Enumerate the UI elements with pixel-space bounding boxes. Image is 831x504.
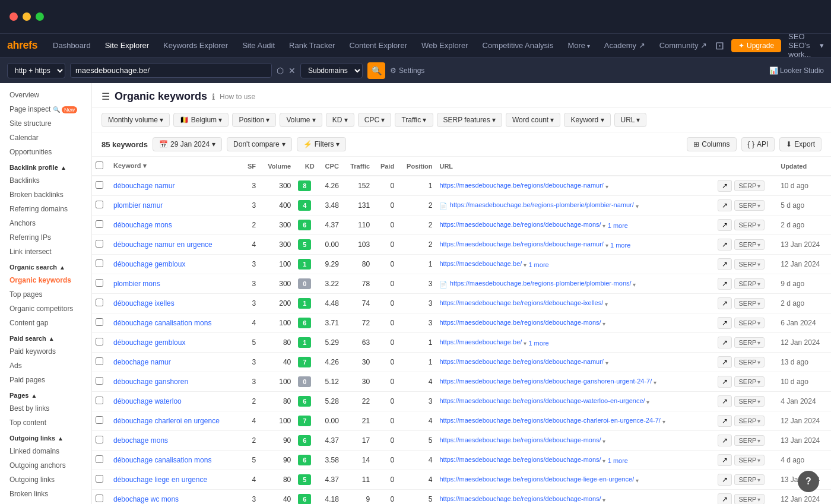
serp-button[interactable]: SERP ▾ bbox=[734, 239, 765, 250]
row-checkbox[interactable] bbox=[96, 416, 103, 424]
row-checkbox[interactable] bbox=[96, 220, 103, 228]
more-urls-link[interactable]: 1 more bbox=[608, 457, 628, 464]
url-link[interactable]: https://maesdebouchage.be/regions/debouc… bbox=[439, 221, 601, 228]
sidebar-item-best-by-links[interactable]: Best by links bbox=[0, 401, 91, 416]
url-link[interactable]: https://maesdebouchage.be/regions/debouc… bbox=[439, 182, 603, 189]
sidebar-section-backlink-profile[interactable]: Backlink profile ▲ bbox=[0, 159, 91, 173]
sidebar-item-overview[interactable]: Overview bbox=[0, 88, 91, 102]
sidebar-item-outgoing-links[interactable]: Outgoing links bbox=[0, 473, 91, 487]
sidebar-item-paid-pages[interactable]: Paid pages bbox=[0, 373, 91, 387]
sidebar-item-broken-links[interactable]: Broken links bbox=[0, 487, 91, 501]
sidebar-item-content-gap[interactable]: Content gap bbox=[0, 316, 91, 330]
looker-studio-button[interactable]: 📊 Looker Studio bbox=[769, 66, 824, 75]
col-traffic[interactable]: Traffic bbox=[342, 157, 373, 176]
url-dropdown-arrow[interactable]: ▾ bbox=[522, 340, 526, 347]
trend-button[interactable]: ↗ bbox=[718, 278, 732, 290]
keyword-link[interactable]: débouchage namur bbox=[113, 182, 175, 190]
url-link[interactable]: https://maesdebouchage.be/regions/debouc… bbox=[439, 358, 603, 365]
sidebar-item-top-pages[interactable]: Top pages bbox=[0, 287, 91, 302]
protocol-select[interactable]: http + https bbox=[7, 63, 65, 78]
keyword-link[interactable]: plombier namur bbox=[113, 201, 163, 210]
filter-traffic[interactable]: Traffic ▾ bbox=[395, 113, 433, 127]
col-position[interactable]: Position bbox=[398, 157, 436, 176]
select-all-checkbox[interactable] bbox=[96, 161, 103, 169]
nav-content-explorer[interactable]: Content Explorer bbox=[343, 39, 413, 52]
row-checkbox[interactable] bbox=[96, 455, 103, 463]
serp-button[interactable]: SERP ▾ bbox=[734, 396, 765, 407]
url-dropdown-arrow[interactable]: ▾ bbox=[634, 477, 639, 484]
serp-button[interactable]: SERP ▾ bbox=[734, 278, 765, 289]
row-checkbox[interactable] bbox=[96, 240, 103, 248]
row-checkbox[interactable] bbox=[96, 436, 103, 443]
nav-community[interactable]: Community ↗ bbox=[654, 39, 713, 52]
keyword-link[interactable]: debochage mons bbox=[113, 436, 168, 445]
col-updated[interactable]: Updated bbox=[777, 157, 831, 176]
url-dropdown-arrow[interactable]: ▾ bbox=[603, 301, 608, 308]
url-link[interactable]: https://maesdebouchage.be/regions/debouc… bbox=[439, 417, 660, 424]
trend-button[interactable]: ↗ bbox=[718, 454, 732, 466]
url-link[interactable]: https://maesdebouchage.be/regions/debouc… bbox=[439, 495, 601, 502]
sidebar-item-outgoing-anchors[interactable]: Outgoing anchors bbox=[0, 458, 91, 473]
sidebar-section-paid-search[interactable]: Paid search ▲ bbox=[0, 330, 91, 344]
account-label[interactable]: SEO SEO's work... bbox=[788, 32, 813, 59]
filter-keyword[interactable]: Keyword ▾ bbox=[564, 113, 610, 127]
col-sf[interactable]: SF bbox=[242, 157, 259, 176]
url-dropdown-arrow[interactable]: ▾ bbox=[604, 242, 608, 249]
filter-position[interactable]: Position ▾ bbox=[232, 113, 276, 127]
serp-button[interactable]: SERP ▾ bbox=[734, 455, 765, 465]
keyword-link[interactable]: débouchage namur en urgence bbox=[113, 240, 212, 249]
trend-button[interactable]: ↗ bbox=[718, 337, 732, 348]
url-link[interactable]: https://maesdebouchage.be/regions/debouc… bbox=[439, 436, 601, 443]
sidebar-item-backlinks[interactable]: Backlinks bbox=[0, 173, 91, 188]
account-arrow-icon[interactable]: ▾ bbox=[820, 41, 824, 50]
keyword-link[interactable]: débouchage waterloo bbox=[113, 397, 182, 405]
sidebar-item-link-intersect[interactable]: Link intersect bbox=[0, 245, 91, 259]
trend-button[interactable]: ↗ bbox=[718, 199, 732, 211]
col-kd[interactable]: KD bbox=[294, 157, 318, 176]
trend-button[interactable]: ↗ bbox=[718, 356, 732, 368]
columns-button[interactable]: ⊞ Columns bbox=[687, 137, 736, 151]
filter-monthly-volume[interactable]: Monthly volume ▾ bbox=[102, 113, 170, 127]
sidebar-item-linked-domains[interactable]: Linked domains bbox=[0, 444, 91, 458]
upgrade-button[interactable]: ✦ Upgrade bbox=[731, 39, 781, 52]
row-checkbox[interactable] bbox=[96, 338, 103, 345]
more-urls-link[interactable]: 1 more bbox=[528, 261, 548, 268]
col-keyword[interactable]: Keyword ▾ bbox=[110, 157, 242, 176]
monitor-icon[interactable]: ⊡ bbox=[715, 39, 724, 52]
sidebar-item-site-structure[interactable]: Site structure bbox=[0, 116, 91, 131]
sidebar-item-page-inspect[interactable]: Page inspect 🔍 New bbox=[0, 102, 91, 116]
sidebar-section-organic-search[interactable]: Organic search ▲ bbox=[0, 259, 91, 273]
url-link[interactable]: https://maesdebouchage.be/regions/debouc… bbox=[439, 299, 603, 306]
more-urls-link[interactable]: 1 more bbox=[610, 242, 630, 249]
trend-button[interactable]: ↗ bbox=[718, 219, 732, 231]
minimize-button[interactable] bbox=[23, 12, 31, 21]
url-input[interactable] bbox=[70, 63, 272, 78]
url-dropdown-arrow[interactable]: ▾ bbox=[604, 183, 608, 190]
keyword-link[interactable]: débouchage gembloux bbox=[113, 338, 185, 347]
subdomains-select[interactable]: Subdomains bbox=[300, 63, 363, 78]
url-link[interactable]: https://maesdebouchage.be/ bbox=[439, 338, 522, 345]
col-paid[interactable]: Paid bbox=[373, 157, 398, 176]
sidebar-section-outgoing-links[interactable]: Outgoing links ▲ bbox=[0, 430, 91, 444]
url-dropdown-arrow[interactable]: ▾ bbox=[522, 262, 526, 268]
keyword-link[interactable]: débouchage ganshoren bbox=[113, 378, 188, 386]
nav-keywords-explorer[interactable]: Keywords Explorer bbox=[157, 39, 234, 52]
filter-country[interactable]: 🇧🇪 Belgium ▾ bbox=[173, 113, 229, 127]
url-dropdown-arrow[interactable]: ▾ bbox=[601, 458, 606, 464]
more-urls-link[interactable]: 1 more bbox=[608, 222, 628, 229]
serp-button[interactable]: SERP ▾ bbox=[734, 337, 765, 348]
filter-word-count[interactable]: Word count ▾ bbox=[506, 113, 560, 127]
col-url[interactable]: URL bbox=[436, 157, 714, 176]
url-dropdown-arrow[interactable]: ▾ bbox=[645, 399, 650, 405]
nav-site-audit[interactable]: Site Audit bbox=[236, 39, 281, 52]
external-link-icon[interactable]: ⬡ bbox=[277, 66, 284, 75]
row-checkbox[interactable] bbox=[96, 279, 103, 287]
trend-button[interactable]: ↗ bbox=[718, 474, 732, 486]
more-urls-link[interactable]: 1 more bbox=[528, 340, 548, 347]
help-button[interactable]: ? bbox=[798, 471, 819, 492]
trend-button[interactable]: ↗ bbox=[718, 180, 732, 192]
nav-site-explorer[interactable]: Site Explorer bbox=[99, 39, 155, 52]
trend-button[interactable]: ↗ bbox=[718, 493, 732, 504]
row-checkbox[interactable] bbox=[96, 495, 103, 502]
filters-button[interactable]: ⚡ Filters ▾ bbox=[297, 137, 347, 151]
